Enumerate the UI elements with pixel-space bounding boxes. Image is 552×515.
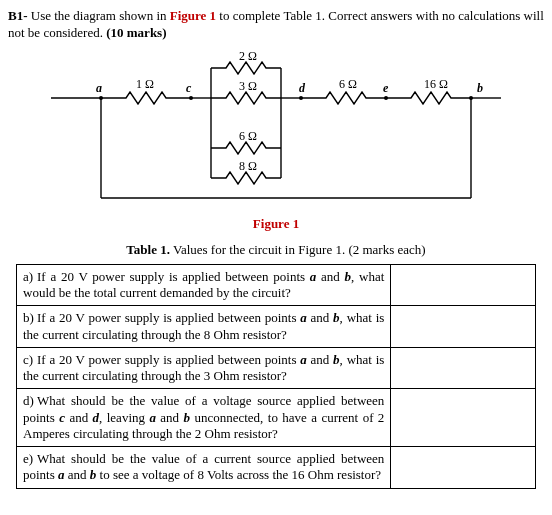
figure-ref: Figure 1 xyxy=(170,8,216,23)
answer-cell xyxy=(391,347,536,389)
node-a-label: a xyxy=(96,81,102,95)
r-mid-label: 3 Ω xyxy=(239,79,257,93)
answer-cell xyxy=(391,447,536,489)
table-row: d)What should be the value of a voltage … xyxy=(17,389,536,447)
r-bot2-label: 8 Ω xyxy=(239,159,257,173)
node-e-label: e xyxy=(383,81,389,95)
circuit-diagram: .w { stroke:#000; stroke-width:1.4; fill… xyxy=(8,48,544,212)
r-de-label: 6 Ω xyxy=(339,77,357,91)
table-row: a)If a 20 V power supply is applied betw… xyxy=(17,264,536,306)
table-row: b)If a 20 V power supply is applied betw… xyxy=(17,306,536,348)
node-c-label: c xyxy=(186,81,192,95)
answer-cell xyxy=(391,306,536,348)
questions-table: a)If a 20 V power supply is applied betw… xyxy=(16,264,536,489)
r-bot1-label: 6 Ω xyxy=(239,129,257,143)
node-d-label: d xyxy=(299,81,306,95)
figure-caption: Figure 1 xyxy=(8,216,544,232)
r-top-label: 2 Ω xyxy=(239,49,257,63)
r-eb-label: 16 Ω xyxy=(424,77,448,91)
answer-cell xyxy=(391,389,536,447)
node-b-label: b xyxy=(477,81,483,95)
question-label: B1- xyxy=(8,8,28,23)
answer-cell xyxy=(391,264,536,306)
table-row: e)What should be the value of a current … xyxy=(17,447,536,489)
table-row: c)If a 20 V power supply is applied betw… xyxy=(17,347,536,389)
question-prompt: B1- Use the diagram shown in Figure 1 to… xyxy=(8,8,544,42)
r-ac-label: 1 Ω xyxy=(136,77,154,91)
table-caption: Table 1. Values for the circuit in Figur… xyxy=(8,242,544,258)
